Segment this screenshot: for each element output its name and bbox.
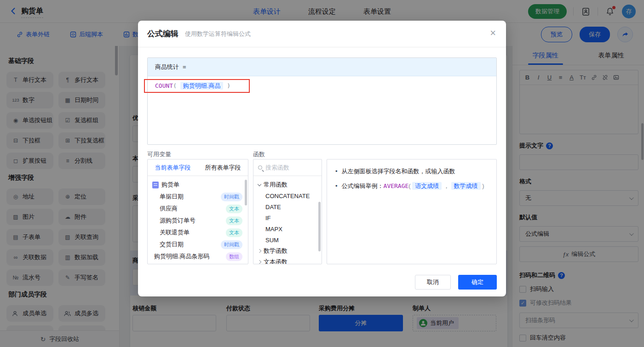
type-badge: 时间戳 [221, 240, 242, 249]
function-group-math[interactable]: 数学函数 [253, 245, 322, 256]
function-search [253, 159, 322, 176]
variable-item[interactable]: 单据日期 时间戳 [148, 191, 248, 203]
variable-item[interactable]: 源购货订单号 文本 [148, 215, 248, 227]
formula-edit-modal: 公式编辑 使用数学运算符编辑公式 × 商品统计 = COUNT( 购货明细.商品… [138, 21, 506, 296]
tip-example-line: • 公式编辑举例：AVERAGE( 语文成绩 ， 数学成绩 ) [335, 182, 488, 191]
type-badge: 文本 [226, 216, 242, 225]
tab-current-form-fields[interactable]: 当前表单字段 [148, 164, 198, 172]
type-badge: 数组 [226, 252, 242, 261]
variables-panel: 当前表单字段 所有表单字段 购货单 单据日期 时间戳 供应商 文本 源购货订单号 [147, 159, 248, 264]
type-badge: 时间戳 [221, 193, 242, 201]
function-item[interactable]: MAPX [253, 223, 322, 234]
functions-scrollbar[interactable] [318, 202, 321, 251]
variable-item[interactable]: 关联退货单 文本 [148, 227, 248, 239]
formula-target: 商品统计 = [148, 58, 496, 76]
function-group-common[interactable]: 常用函数 [253, 179, 322, 190]
modal-footer: 取消 确定 [138, 268, 506, 296]
cancel-button[interactable]: 取消 [415, 275, 451, 290]
app: 购货单 表单设计 流程设定 表单设置 数据管理 存 表单外链 [0, 0, 644, 347]
variables-root-node[interactable]: 购货单 [148, 179, 248, 191]
example-chip: 数学成绩 [451, 182, 481, 190]
variables-scrollbar[interactable] [245, 180, 247, 205]
tip-line: • 从左侧面板选择字段名和函数，或输入函数 [335, 167, 488, 176]
close-icon[interactable]: × [490, 28, 496, 38]
tips-panel: • 从左侧面板选择字段名和函数，或输入函数 • 公式编辑举例：AVERAGE( … [327, 159, 497, 264]
function-item[interactable]: IF [253, 212, 322, 223]
variables-tabs: 当前表单字段 所有表单字段 [148, 159, 248, 176]
functions-label: 函数 [253, 150, 265, 159]
formula-editor: 商品统计 = COUNT( 购货明细.商品 ) [147, 57, 497, 145]
function-item[interactable]: DATE [253, 201, 322, 212]
variable-item[interactable]: 购货明细.商品条形码 数组 [148, 250, 248, 262]
modal-header: 公式编辑 使用数学运算符编辑公式 [138, 21, 506, 47]
search-icon [258, 165, 262, 170]
formula-function: COUNT [155, 82, 173, 89]
confirm-button[interactable]: 确定 [458, 275, 497, 290]
form-doc-icon [152, 182, 159, 188]
type-badge: 文本 [226, 205, 242, 213]
chevron-right-icon [258, 260, 261, 264]
formula-field-name: 商品统计 [155, 63, 179, 71]
chevron-right-icon [258, 249, 261, 253]
function-search-input[interactable] [265, 164, 311, 171]
function-group-text[interactable]: 文本函数 [253, 256, 322, 264]
example-chip: 语文成绩 [412, 182, 442, 190]
example-function: AVERAGE [384, 182, 409, 189]
formula-input-area[interactable]: COUNT( 购货明细.商品 ) [148, 76, 496, 96]
variable-item[interactable]: 交货日期 时间戳 [148, 239, 248, 250]
formula-field-chip[interactable]: 购货明细.商品 [180, 82, 224, 90]
functions-panel: 常用函数 CONCATENATE DATE IF MAPX SUM 数学函数 文… [253, 159, 322, 264]
chevron-down-icon [258, 182, 261, 186]
type-badge: 文本 [226, 228, 242, 237]
modal-title: 公式编辑 [147, 28, 178, 39]
function-item[interactable]: SUM [253, 234, 322, 245]
variable-item[interactable]: 供应商 文本 [148, 203, 248, 215]
tab-all-form-fields[interactable]: 所有表单字段 [198, 164, 248, 172]
equals-sign: = [183, 63, 186, 70]
variables-label: 可用变量 [147, 150, 171, 159]
function-item[interactable]: CONCATENATE [253, 190, 322, 201]
modal-subtitle: 使用数学运算符编辑公式 [185, 30, 251, 38]
